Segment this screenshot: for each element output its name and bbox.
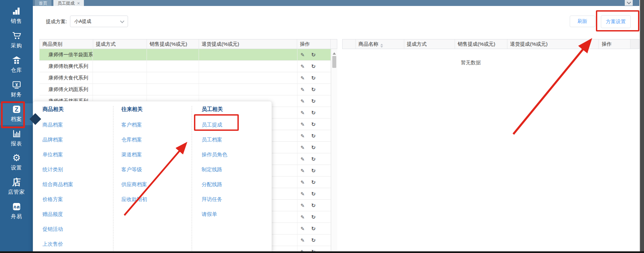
category-cell: 康师傅一倍半袋面系列 bbox=[39, 49, 93, 60]
redo-icon[interactable]: ↻ bbox=[311, 200, 316, 211]
menu-item-仓库档案[interactable]: 仓库档案 bbox=[121, 132, 191, 147]
edit-icon[interactable]: ✎ bbox=[300, 49, 305, 60]
menu-item-组合商品档案[interactable]: 组合商品档案 bbox=[42, 177, 112, 192]
refresh-button[interactable]: 刷新 bbox=[570, 16, 595, 27]
value-cell bbox=[93, 61, 147, 72]
sort-icon[interactable] bbox=[380, 42, 383, 49]
popup-section-title: 商品相关 bbox=[42, 101, 112, 113]
edit-icon[interactable]: ✎ bbox=[300, 154, 305, 165]
ops-cell: ✎↻ bbox=[297, 49, 331, 60]
menu-item-拜访任务[interactable]: 拜访任务 bbox=[202, 192, 271, 207]
redo-icon[interactable]: ↻ bbox=[311, 235, 316, 246]
ops-cell: ✎↻ bbox=[297, 142, 331, 153]
scheme-select[interactable]: 小A提成 bbox=[70, 16, 128, 27]
menu-item-品牌档案[interactable]: 品牌档案 bbox=[42, 132, 112, 147]
menu-item-渠道档案[interactable]: 渠道档案 bbox=[121, 147, 191, 162]
sidebar-item-warehouse[interactable]: 仓库 bbox=[0, 54, 33, 76]
redo-icon[interactable]: ↻ bbox=[311, 188, 316, 199]
scheme-settings-button[interactable]: 方案设置 bbox=[601, 15, 631, 28]
sidebar-item-purchase[interactable]: 采购 bbox=[0, 30, 33, 52]
redo-icon[interactable]: ↻ bbox=[311, 107, 316, 118]
sidebar-item-archives[interactable]: Z档案 bbox=[0, 103, 33, 125]
value-cell bbox=[93, 49, 147, 60]
menu-item-统计类别[interactable]: 统计类别 bbox=[42, 162, 112, 177]
redo-icon[interactable]: ↻ bbox=[311, 223, 316, 234]
menu-item-单位档案[interactable]: 单位档案 bbox=[42, 147, 112, 162]
scrollbar-up-icon[interactable] bbox=[333, 51, 336, 55]
sidebar-item-sales[interactable]: 销售 bbox=[0, 5, 33, 27]
redo-icon[interactable]: ↻ bbox=[311, 49, 316, 60]
edit-icon[interactable]: ✎ bbox=[300, 130, 305, 141]
menu-item-员工档案[interactable]: 员工档案 bbox=[202, 132, 271, 147]
table-row[interactable]: 康师傅劲爽代系列✎↻ bbox=[39, 61, 337, 72]
value-cell bbox=[147, 61, 199, 72]
redo-icon[interactable]: ↻ bbox=[311, 165, 316, 176]
ops-cell: ✎↻ bbox=[297, 95, 331, 107]
edit-icon[interactable]: ✎ bbox=[300, 73, 305, 83]
sales-steps-icon bbox=[0, 5, 33, 17]
sidebar-item-label: 采购 bbox=[0, 42, 33, 49]
column-header: 提成方式 bbox=[93, 39, 147, 49]
edit-icon[interactable]: ✎ bbox=[300, 96, 305, 107]
edit-icon[interactable]: ✎ bbox=[300, 235, 305, 246]
column-header: 销售提成(%或元) bbox=[455, 39, 507, 49]
menu-item-分配线路[interactable]: 分配线路 bbox=[202, 177, 271, 192]
redo-icon[interactable]: ↻ bbox=[311, 61, 316, 72]
ops-cell: ✎↻ bbox=[297, 211, 331, 223]
menu-item-请假单[interactable]: 请假单 bbox=[202, 207, 271, 222]
redo-icon[interactable]: ↻ bbox=[311, 142, 316, 153]
edit-icon[interactable]: ✎ bbox=[300, 188, 305, 199]
menu-item-客户等级[interactable]: 客户等级 bbox=[121, 162, 191, 177]
edit-icon[interactable]: ✎ bbox=[300, 165, 305, 176]
sidebar-item-zhouyi[interactable]: 舟易舟易 bbox=[0, 201, 33, 223]
menu-item-上次售价[interactable]: 上次售价 bbox=[42, 236, 112, 251]
scrollbar-thumb[interactable] bbox=[332, 56, 336, 68]
menu-item-赠品额度[interactable]: 赠品额度 bbox=[42, 207, 112, 222]
edit-icon[interactable]: ✎ bbox=[300, 200, 305, 211]
redo-icon[interactable]: ↻ bbox=[311, 154, 316, 165]
ops-cell: ✎↻ bbox=[297, 153, 331, 165]
edit-icon[interactable]: ✎ bbox=[300, 84, 305, 95]
edit-icon[interactable]: ✎ bbox=[300, 61, 305, 72]
redo-icon[interactable]: ↻ bbox=[311, 84, 316, 95]
close-icon[interactable]: ✕ bbox=[77, 1, 80, 5]
edit-icon[interactable]: ✎ bbox=[300, 177, 305, 188]
menu-item-制定线路[interactable]: 制定线路 bbox=[202, 162, 271, 177]
menu-item-员工提成[interactable]: 员工提成 bbox=[202, 117, 271, 132]
warehouse-icon bbox=[0, 54, 33, 66]
menu-item-价格方案[interactable]: 价格方案 bbox=[42, 192, 112, 207]
left-table-header: 商品类别提成方式销售提成(%或元)退货提成(%或元)操作 bbox=[39, 39, 337, 49]
edit-icon[interactable]: ✎ bbox=[300, 107, 305, 118]
tab-employee-commission[interactable]: 员工提成✕ bbox=[53, 0, 84, 6]
table-row[interactable]: 康师傅大食代系列✎↻ bbox=[39, 72, 337, 84]
sidebar-item-settings[interactable]: ⚙设置 bbox=[0, 152, 33, 174]
sidebar-item-dianguanjia[interactable]: 店店管家 bbox=[0, 176, 33, 198]
menu-item-供应商档案[interactable]: 供应商档案 bbox=[121, 177, 191, 192]
redo-icon[interactable]: ↻ bbox=[311, 119, 316, 130]
redo-icon[interactable]: ↻ bbox=[311, 212, 316, 223]
edit-icon[interactable]: ✎ bbox=[300, 119, 305, 130]
menu-item-促销活动[interactable]: 促销活动 bbox=[42, 222, 112, 236]
redo-icon[interactable]: ↻ bbox=[311, 96, 316, 107]
sidebar-item-reports[interactable]: 报表 bbox=[0, 128, 33, 150]
edit-icon[interactable]: ✎ bbox=[300, 142, 305, 153]
popup-section-title: 员工相关 bbox=[202, 101, 271, 113]
edit-icon[interactable]: ✎ bbox=[300, 212, 305, 223]
empty-data-text: 暂无数据 bbox=[342, 60, 599, 66]
sidebar-item-label: 销售 bbox=[0, 18, 33, 25]
column-header bbox=[343, 39, 356, 49]
menu-item-应收款期初[interactable]: 应收款期初 bbox=[121, 192, 191, 207]
menu-item-操作员角色[interactable]: 操作员角色 bbox=[202, 147, 271, 162]
edit-icon[interactable]: ✎ bbox=[300, 223, 305, 234]
redo-icon[interactable]: ↻ bbox=[311, 177, 316, 188]
tab-list-dropdown-icon[interactable] bbox=[625, 0, 633, 6]
redo-icon[interactable]: ↻ bbox=[311, 73, 316, 83]
table-row[interactable]: 康师傅火鸡面系列✎↻ bbox=[39, 84, 337, 95]
left-table-scrollbar[interactable] bbox=[331, 49, 337, 253]
table-row[interactable]: 康师傅一倍半袋面系列✎↻ bbox=[39, 49, 337, 61]
sidebar-item-finance[interactable]: ¥财务 bbox=[0, 79, 33, 101]
menu-item-商品档案[interactable]: 商品档案 bbox=[42, 117, 112, 132]
menu-item-客户档案[interactable]: 客户档案 bbox=[121, 117, 191, 132]
redo-icon[interactable]: ↻ bbox=[311, 130, 316, 141]
tab-home[interactable]: 首页 bbox=[35, 0, 51, 6]
